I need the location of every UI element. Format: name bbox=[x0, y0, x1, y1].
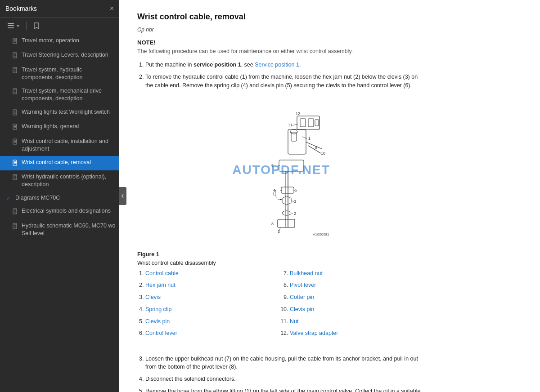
sidebar-item-warning-lights-general[interactable]: Warning lights, general bbox=[0, 120, 119, 134]
op-nbr-label: Op nbr bbox=[137, 26, 425, 34]
svg-text:V1000081: V1000081 bbox=[313, 232, 329, 236]
sidebar-toolbar bbox=[0, 18, 119, 34]
sidebar-item-hydraulic-schematic[interactable]: Hydraulic schematic MC60, MC70 wo Self l… bbox=[0, 219, 119, 241]
svg-text:12: 12 bbox=[296, 111, 300, 116]
sidebar-item-label: Electrical symbols and designations bbox=[22, 207, 116, 215]
list-view-button[interactable] bbox=[4, 20, 22, 31]
svg-rect-0 bbox=[8, 23, 14, 24]
sidebar-item-label: Diagrams MC70C bbox=[15, 194, 116, 202]
sidebar-item-wrist-hydraulic[interactable]: Wrist hydraulic controls (optional), des… bbox=[0, 170, 119, 192]
doc-icon bbox=[13, 174, 19, 182]
doc-icon bbox=[13, 160, 19, 168]
wrist-cable-diagram: 12 11 1 9 10 bbox=[209, 97, 353, 241]
sidebar-item-diagrams-mc70c[interactable]: ✓ Diagrams MC70C bbox=[0, 192, 119, 205]
doc-icon bbox=[13, 109, 19, 117]
part-name: Nut bbox=[290, 318, 298, 325]
parts-list: Control cable Hex jam nut Clevis Spring … bbox=[145, 269, 425, 342]
sidebar-item-travel-system-mechanical[interactable]: Travel system, mechanical drive componen… bbox=[0, 85, 119, 106]
doc-icon bbox=[13, 38, 19, 46]
svg-rect-2 bbox=[8, 27, 14, 28]
list-item: Cotter pin bbox=[290, 293, 425, 302]
part-name: Spring clip bbox=[145, 306, 171, 312]
part-name: Valve strap adapter bbox=[290, 330, 338, 336]
step2-text: To remove the hydraulic control cable (1… bbox=[145, 74, 418, 89]
list-item: Spring clip bbox=[145, 305, 281, 314]
sidebar-item-label: Travel Steering Levers, description bbox=[22, 51, 116, 59]
part-name: Clevis pin bbox=[145, 318, 170, 325]
note-text: The following procedure can be used for … bbox=[137, 47, 425, 56]
doc-icon bbox=[13, 138, 19, 147]
dropdown-arrow-icon bbox=[16, 23, 20, 28]
sidebar-item-wrist-control-removal[interactable]: Wrist control cable, removal bbox=[0, 156, 119, 170]
list-item: Bulkhead nut bbox=[290, 269, 425, 278]
sidebar-content: Travel motor, operation Travel Steering … bbox=[0, 34, 119, 392]
part-name: Clevis pin bbox=[290, 306, 314, 312]
sidebar-item-label: Hydraulic schematic MC60, MC70 wo Self l… bbox=[22, 222, 116, 238]
document-body: Wrist control cable, removal Op nbr NOTE… bbox=[119, 0, 443, 392]
sidebar-item-travel-steering[interactable]: Travel Steering Levers, description bbox=[0, 49, 119, 63]
sidebar-item-label: Warning lights, general bbox=[22, 123, 116, 131]
svg-text:5: 5 bbox=[295, 188, 297, 192]
step1-text: Put the machine in service position 1, s… bbox=[145, 62, 301, 68]
sidebar-item-label: Wrist hydraulic controls (optional), des… bbox=[22, 173, 116, 189]
svg-text:3: 3 bbox=[294, 199, 296, 204]
sidebar-item-label: Warning lights test Worklight switch bbox=[22, 108, 116, 116]
list-item: Control cable bbox=[145, 269, 281, 278]
bookmark-icon bbox=[32, 22, 40, 30]
step1-bold: service position 1 bbox=[194, 62, 241, 68]
close-button[interactable]: × bbox=[110, 4, 114, 13]
list-item: Clevis pin bbox=[145, 317, 281, 326]
sidebar-item-label: Travel motor, operation bbox=[22, 37, 116, 45]
continued-steps: Loosen the upper bulkhead nut (7) on the… bbox=[145, 355, 425, 392]
list-item: Valve strap adapter bbox=[290, 329, 425, 338]
part-name: Control cable bbox=[145, 270, 179, 276]
sidebar-item-label: Travel system, mechanical drive componen… bbox=[22, 87, 116, 103]
part-name: Cotter pin bbox=[290, 294, 314, 300]
step-3: Loosen the upper bulkhead nut (7) on the… bbox=[145, 355, 425, 372]
svg-rect-1 bbox=[8, 25, 14, 26]
sidebar-item-travel-system-hydraulic[interactable]: Travel system, hydraulic components, des… bbox=[0, 63, 119, 85]
doc-icon bbox=[13, 223, 19, 231]
part-name: Hex jam nut bbox=[145, 282, 176, 288]
sidebar-title: Bookmarks bbox=[5, 5, 37, 12]
sidebar-header: Bookmarks × bbox=[0, 0, 119, 18]
doc-icon bbox=[13, 88, 19, 96]
step-5: Remove the hose from the elbow fitting (… bbox=[145, 387, 425, 392]
svg-text:6: 6 bbox=[271, 163, 274, 168]
doc-icon bbox=[13, 67, 19, 75]
check-icon: ✓ bbox=[6, 195, 13, 202]
part-name: Control lever bbox=[145, 330, 177, 336]
step4-text: Disconnect the solenoid connectors. bbox=[145, 376, 236, 382]
list-item: Clevis pin bbox=[290, 305, 425, 314]
doc-icon bbox=[13, 124, 19, 132]
sidebar-item-electrical-symbols[interactable]: Electrical symbols and designations bbox=[0, 205, 119, 219]
step-2: To remove the hydraulic control cable (1… bbox=[145, 73, 425, 90]
list-item: Pivot lever bbox=[290, 281, 425, 290]
service-position-link[interactable]: Service position 1 bbox=[255, 62, 299, 68]
svg-text:1: 1 bbox=[308, 136, 310, 141]
svg-text:8: 8 bbox=[271, 222, 274, 226]
page-title: Wrist control cable, removal bbox=[137, 11, 425, 23]
sidebar-item-label: Wrist control cable, removal bbox=[22, 159, 116, 167]
part-name: Bulkhead nut bbox=[290, 270, 323, 276]
note-label: NOTE! bbox=[137, 38, 425, 47]
figure-container: 12 11 1 9 10 bbox=[137, 97, 425, 244]
figure-label: Figure 1 bbox=[137, 251, 159, 258]
bookmark-button[interactable] bbox=[30, 20, 43, 31]
step5-text: Remove the hose from the elbow fitting (… bbox=[145, 388, 420, 392]
sidebar-item-label: Travel system, hydraulic components, des… bbox=[22, 66, 116, 82]
svg-text:11: 11 bbox=[288, 123, 292, 127]
sidebar-collapse-button[interactable] bbox=[119, 187, 126, 205]
doc-icon bbox=[13, 52, 19, 60]
toolbar-separator bbox=[26, 22, 27, 30]
step3-text: Loosen the upper bulkhead nut (7) on the… bbox=[145, 356, 418, 370]
list-item: Hex jam nut bbox=[145, 281, 281, 290]
list-item: Clevis bbox=[145, 293, 281, 302]
sidebar-item-wrist-control-install[interactable]: Wrist control cable, installation and ad… bbox=[0, 135, 119, 156]
sidebar-item-warning-lights-test[interactable]: Warning lights test Worklight switch bbox=[0, 106, 119, 120]
list-icon bbox=[7, 22, 15, 30]
sidebar-item-travel-motor-op[interactable]: Travel motor, operation bbox=[0, 34, 119, 49]
svg-text:10: 10 bbox=[321, 151, 325, 156]
step-4: Disconnect the solenoid connectors. bbox=[145, 375, 425, 383]
svg-text:4: 4 bbox=[273, 188, 275, 192]
